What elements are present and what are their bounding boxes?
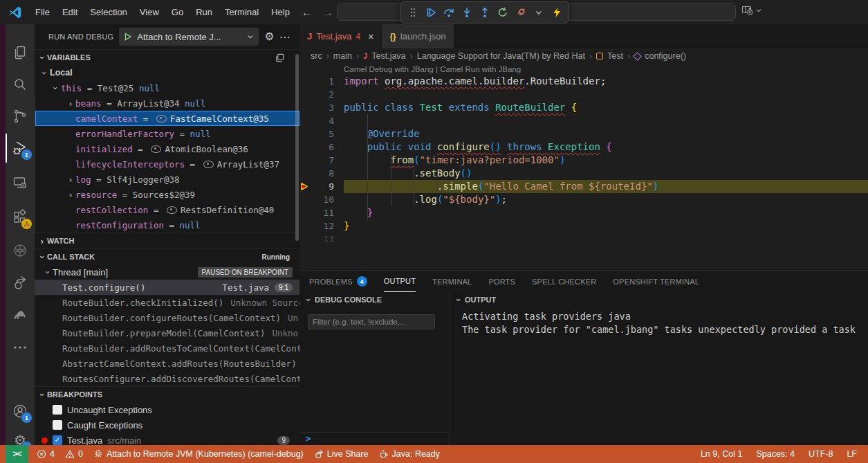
live-share-icon[interactable] <box>6 268 35 297</box>
callstack-frame[interactable]: Test.configure()Test.java9:1 <box>35 280 299 295</box>
statusbar-lf[interactable]: LF <box>847 449 857 459</box>
callstack-frame[interactable]: RoutesConfigurer.addDiscoveredRoutes(Cam… <box>35 371 299 386</box>
statusbar-error[interactable]: 4 <box>37 449 55 459</box>
panel-tab-terminal[interactable]: TERMINAL <box>432 271 472 292</box>
menu-item-terminal[interactable]: Terminal <box>219 0 265 24</box>
editor-tab-launch-json[interactable]: {}launch.json <box>382 24 453 48</box>
open-panes-icon[interactable] <box>275 53 284 62</box>
output-header[interactable]: OUTPUT <box>450 292 868 307</box>
callstack-frame[interactable]: RouteBuilder.addRoutesToCamelContext(Cam… <box>35 341 299 356</box>
debug-console-prompt[interactable]: > <box>299 432 450 446</box>
code-line[interactable]: 9 .simple("Hello Camel from ${routeId}") <box>299 180 868 193</box>
variables-row[interactable]: Local <box>35 65 299 80</box>
variables-row[interactable]: initialized = AtomicBoolean@36 <box>35 141 299 156</box>
code-line[interactable]: 2 <box>299 88 868 101</box>
output-log[interactable]: Activating task providers javaThe task p… <box>450 307 868 336</box>
debug-console-header[interactable]: DEBUG CONSOLE <box>299 292 450 307</box>
code-line[interactable]: 8 .setBody() <box>299 167 868 180</box>
statusbar-java[interactable]: Java: Ready <box>379 449 440 459</box>
code-line[interactable]: 1import org.apache.camel.builder.RouteBu… <box>299 75 868 88</box>
gripper-icon[interactable] <box>404 4 421 21</box>
panel-tab-openshift-terminal[interactable]: OPENSHIFT TERMINAL <box>613 271 699 292</box>
thread-row[interactable]: Thread [main] PAUSED ON BREAKPOINT <box>35 264 299 280</box>
debug-console-filter-input[interactable] <box>308 314 435 329</box>
extensions-icon[interactable]: ⚠ <box>6 203 35 232</box>
statusbar-debug[interactable]: Attach to Remote JVM (Kubernetes) (camel… <box>93 449 304 459</box>
breadcrumb-item[interactable]: Test <box>607 51 623 61</box>
watch-section-header[interactable]: WATCH <box>35 233 299 248</box>
debug-continue-icon[interactable] <box>422 4 439 21</box>
debug-step-into-icon[interactable] <box>458 4 475 21</box>
callstack-frame[interactable]: RouteBuilder.configureRoutes(CamelContex… <box>35 310 299 325</box>
statusbar-utf-8[interactable]: UTF-8 <box>809 449 833 459</box>
menu-item-go[interactable]: Go <box>165 0 190 24</box>
breadcrumb-item[interactable]: src <box>311 51 322 61</box>
views-more-icon[interactable]: ··· <box>280 32 291 42</box>
kubernetes-icon[interactable] <box>6 236 35 265</box>
code-line[interactable]: 4 <box>299 114 868 127</box>
lazy-eval-eye-icon[interactable] <box>156 115 167 122</box>
hot-code-replace-icon[interactable] <box>548 4 565 21</box>
customize-layout-button[interactable] <box>741 5 762 16</box>
callstack-frame[interactable]: RouteBuilder.checkInitialized()Unknown S… <box>35 295 299 310</box>
statusbar-ln[interactable]: Ln 9, Col 1 <box>701 449 742 459</box>
chevron-down-icon[interactable] <box>530 4 547 21</box>
panel-tab-ports[interactable]: PORTS <box>488 271 515 292</box>
lazy-eval-eye-icon[interactable] <box>167 206 177 214</box>
nav-back-icon[interactable]: ← <box>296 6 317 18</box>
code-line[interactable]: 3public class Test extends RouteBuilder … <box>299 101 868 114</box>
code-view[interactable]: 1import org.apache.camel.builder.RouteBu… <box>299 75 868 246</box>
panel-tab-spell-checker[interactable]: SPELL CHECKER <box>532 271 596 292</box>
variables-row[interactable]: restConfiguration = null <box>35 217 299 233</box>
launch-config-dropdown[interactable]: Attach to Remote J... <box>119 28 259 46</box>
code-line[interactable]: 7 from("timer:java?period=1000") <box>299 154 868 167</box>
code-line[interactable]: 5 @Override <box>299 127 868 140</box>
breakpoint-row[interactable]: Caught Exceptions <box>35 417 299 433</box>
menu-item-selection[interactable]: Selection <box>84 0 133 24</box>
lazy-eval-eye-icon[interactable] <box>203 161 214 168</box>
sidebar-scrollbar[interactable] <box>295 54 299 241</box>
statusbar-warning[interactable]: 0 <box>65 449 83 459</box>
nav-forward-icon[interactable]: → <box>317 6 339 18</box>
variables-row[interactable]: log = Slf4jLogger@38 <box>35 172 299 187</box>
camel-icon[interactable] <box>6 300 35 329</box>
breadcrumb-item[interactable]: Test.java <box>371 51 405 61</box>
accounts-icon[interactable]: 1 <box>6 397 35 426</box>
breakpoint-checkbox[interactable] <box>53 420 62 430</box>
search-icon[interactable] <box>6 70 35 99</box>
debug-step-over-icon[interactable] <box>440 4 457 21</box>
debug-settings-gear-icon[interactable]: ⚙ <box>264 30 274 44</box>
breadcrumb-item[interactable]: main <box>333 51 352 61</box>
code-line[interactable]: 12} <box>299 219 868 233</box>
code-line[interactable]: 6 public void configure() throws Excepti… <box>299 140 868 154</box>
menu-item-run[interactable]: Run <box>190 0 219 24</box>
variables-row[interactable]: this = Test@25 null <box>35 80 299 96</box>
breakpoints-section-header[interactable]: BREAKPOINTS <box>35 386 299 402</box>
callstack-frame[interactable]: RouteBuilder.prepareModel(CamelContext)U… <box>35 325 299 341</box>
code-line[interactable]: 11 } <box>299 206 868 219</box>
variables-row[interactable]: resource = Sources$2@39 <box>35 187 299 202</box>
variables-row[interactable]: camelContext = FastCamelContext@35 <box>35 111 299 126</box>
call-stack-section-header[interactable]: CALL STACK Running <box>35 248 299 264</box>
variables-row[interactable]: lifecycleInterceptors = ArrayList@37 <box>35 156 299 172</box>
variables-row[interactable]: errorHandlerFactory = null <box>35 126 299 141</box>
breakpoint-row[interactable]: ✓Test.javasrc/main9 <box>35 433 299 445</box>
close-icon[interactable]: × <box>368 31 373 42</box>
codelens-links[interactable]: Camel Debug with JBang | Camel Run with … <box>299 64 868 75</box>
debug-restart-icon[interactable] <box>494 4 511 21</box>
variables-row[interactable]: restCollection = RestsDefinition@40 <box>35 202 299 217</box>
debug-step-out-icon[interactable] <box>476 4 493 21</box>
debug-disconnect-icon[interactable] <box>512 4 529 21</box>
explorer-icon[interactable] <box>6 38 35 67</box>
breadcrumb-item[interactable]: Language Support for Java(TM) by Red Hat <box>417 51 585 61</box>
menu-item-file[interactable]: File <box>29 0 56 24</box>
breadcrumb-item[interactable]: configure() <box>645 51 686 61</box>
run-and-debug-icon[interactable]: 1 <box>6 134 35 163</box>
code-line[interactable]: 13 <box>299 233 868 246</box>
menu-item-edit[interactable]: Edit <box>56 0 84 24</box>
breakpoint-checkbox[interactable]: ✓ <box>53 435 62 445</box>
panel-tab-problems[interactable]: PROBLEMS4 <box>309 271 367 292</box>
statusbar-live-share[interactable]: Live Share <box>314 449 369 459</box>
variables-row[interactable]: beans = ArrayList@34 null <box>35 96 299 111</box>
menu-item-help[interactable]: Help <box>265 0 296 24</box>
